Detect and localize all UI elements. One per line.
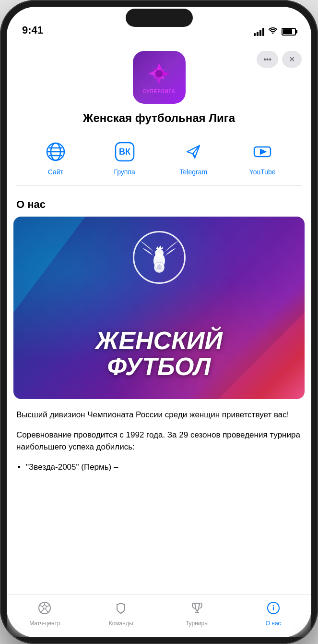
social-item-site[interactable]: Сайт (36, 139, 75, 176)
tab-teams-label: Команды (109, 620, 133, 627)
status-icons (254, 26, 296, 36)
social-item-telegram[interactable]: Telegram (174, 139, 212, 176)
social-label-youtube: YouTube (249, 168, 276, 176)
phone-frame: 9:41 (0, 0, 318, 644)
about-description: Высший дивизион Чемпионата России среди … (7, 399, 311, 486)
telegram-icon (181, 139, 206, 164)
tab-tournaments-icon (190, 601, 204, 618)
section-title: О нас (7, 191, 311, 217)
tab-bar: Матч-центр Команды (7, 594, 311, 637)
banner-title: ЖЕНСКИЙ ФУТБОЛ (95, 328, 223, 380)
main-content[interactable]: ••• ✕ (7, 41, 311, 594)
social-item-youtube[interactable]: YouTube (243, 139, 282, 176)
svg-marker-18 (43, 605, 47, 609)
svg-line-20 (47, 606, 49, 607)
about-list-item-1: "Звезда-2005" (Пермь) – (26, 461, 302, 474)
tab-tournaments-label: Турниры (186, 620, 209, 627)
globe-icon (43, 139, 68, 164)
youtube-icon (250, 139, 275, 164)
tab-match-center-label: Матч-центр (29, 620, 60, 627)
social-label-site: Сайт (48, 168, 63, 176)
tab-teams[interactable]: Команды (83, 599, 159, 629)
aperture-icon (146, 61, 172, 87)
wifi-icon (268, 26, 278, 36)
social-item-vk[interactable]: ВК Группа (106, 139, 144, 176)
tab-teams-icon (114, 601, 128, 618)
svg-point-1 (155, 70, 163, 78)
svg-line-21 (46, 609, 48, 612)
signal-bars-icon (254, 27, 264, 36)
tab-about-icon: i (267, 601, 280, 618)
svg-text:i: i (272, 604, 274, 612)
banner-emblem (133, 231, 186, 284)
about-paragraph-2: Соревнование проводится с 1992 года. За … (16, 429, 302, 453)
about-section: О нас (7, 191, 311, 486)
tab-match-center[interactable]: Матч-центр (7, 599, 83, 629)
svg-marker-10 (260, 149, 266, 154)
header-buttons: ••• ✕ (257, 51, 302, 68)
tab-tournaments[interactable]: Турниры (159, 599, 236, 629)
social-label-telegram: Telegram (180, 168, 208, 176)
app-icon: СУПЕРЛИГА (133, 51, 186, 104)
social-label-vk: Группа (114, 168, 135, 176)
tab-match-center-icon (38, 601, 51, 618)
vk-icon: ВК (112, 139, 137, 164)
social-links: Сайт ВК Группа (16, 134, 302, 186)
about-paragraph-1: Высший дивизион Чемпионата России среди … (16, 409, 302, 421)
app-name: Женская футбольная Лига (83, 111, 235, 125)
dynamic-island (126, 9, 193, 27)
svg-marker-13 (156, 245, 163, 249)
svg-text:ВК: ВК (119, 147, 131, 157)
app-icon-subtext: СУПЕРЛИГА (142, 89, 176, 94)
svg-point-12 (155, 249, 164, 257)
tab-about[interactable]: i О нас (235, 599, 311, 629)
battery-icon (282, 28, 296, 36)
phone-screen: 9:41 (7, 7, 311, 637)
svg-line-22 (41, 609, 44, 612)
svg-line-23 (40, 606, 43, 607)
close-button[interactable]: ✕ (282, 51, 302, 68)
tab-about-label: О нас (266, 620, 281, 627)
app-header: ••• ✕ (7, 41, 311, 191)
status-time: 9:41 (22, 24, 43, 36)
more-button[interactable]: ••• (257, 51, 278, 68)
banner-image: ЖЕНСКИЙ ФУТБОЛ (13, 217, 305, 399)
